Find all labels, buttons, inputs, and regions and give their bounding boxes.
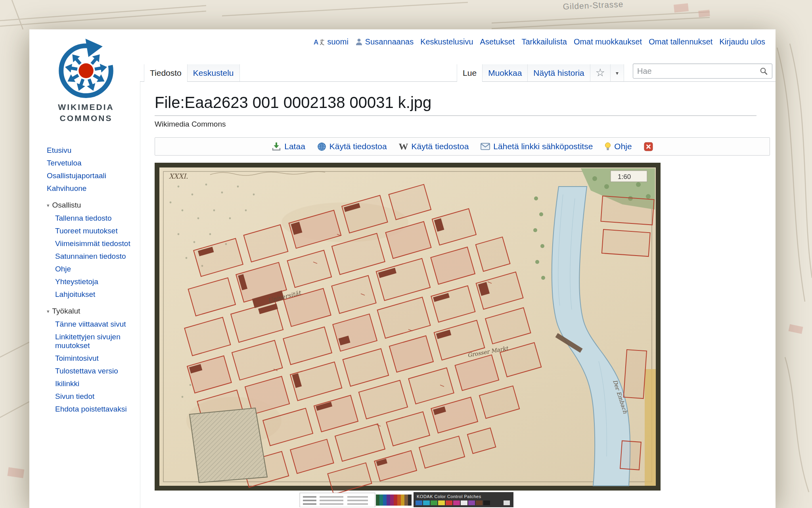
sidebar-item-village-pump[interactable]: Kahvihuone — [47, 184, 142, 193]
svg-text:A: A — [314, 38, 318, 46]
map-plate-number: XXXI. — [169, 172, 188, 180]
sidebar: Etusivu Tervetuloa Osallistujaportaali K… — [47, 146, 142, 418]
logo-wordmark-line1: WIKIMEDIA — [45, 102, 127, 113]
tab-label: Lue — [463, 68, 477, 78]
file-action-toolbar: Lataa Käytä tiedostoa W Käytä tiedostoa … — [155, 137, 770, 156]
sidebar-section-header[interactable]: ▾ Osallistu — [47, 201, 142, 210]
site-logo[interactable]: WIKIMEDIA COMMONS — [45, 31, 127, 124]
sidebar-section-participate: ▾ Osallistu Tallenna tiedosto Tuoreet mu… — [47, 201, 142, 299]
personal-link-uploads[interactable]: Omat tallennukset — [649, 37, 712, 46]
wikipedia-w-icon: W — [399, 141, 408, 152]
site-subtitle: Wikimedia Commons — [155, 120, 776, 129]
chevron-down-icon: ▾ — [616, 70, 619, 76]
button-label: Ohje — [614, 142, 632, 151]
language-selector[interactable]: A suomi — [314, 37, 348, 46]
sidebar-item-upload[interactable]: Tallenna tiedosto — [55, 214, 142, 223]
search-box[interactable] — [633, 64, 772, 79]
sidebar-item-whatlinkshere[interactable]: Tänne viittaavat sivut — [55, 320, 142, 329]
color-calibration-strip — [376, 495, 412, 506]
scan-metadata-card — [300, 493, 375, 507]
use-file-web-button[interactable]: Käytä tiedostoa — [314, 142, 391, 151]
page-content: File:Eaa2623 001 0002138 00031 k.jpg Wik… — [140, 82, 776, 508]
sidebar-section-title: Työkalut — [52, 307, 80, 316]
button-label: Lataa — [284, 142, 305, 151]
download-icon — [272, 142, 281, 151]
tab-file[interactable]: Tiedosto — [144, 64, 187, 81]
user-icon — [355, 38, 363, 46]
sidebar-item-latest-files[interactable]: Viimeisimmät tiedostot — [55, 239, 142, 248]
desktop: { "colors": { "link_blue": "#0645ad", "l… — [0, 0, 812, 508]
logo-wordmark: WIKIMEDIA COMMONS — [45, 102, 127, 124]
sidebar-item-page-info[interactable]: Sivun tiedot — [55, 392, 142, 401]
username-link[interactable]: Susannaanas — [365, 37, 414, 46]
close-toolbar-button[interactable] — [640, 142, 657, 151]
sidebar-item-recent-changes[interactable]: Tuoreet muutokset — [55, 227, 142, 235]
kodak-bar-label: KODAK Color Control Patches — [417, 494, 481, 499]
map-scale-label: 1:60 — [618, 173, 631, 181]
tab-label: Muokkaa — [488, 68, 522, 78]
email-link-button[interactable]: Lähetä linkki sähköpostitse — [477, 142, 596, 151]
download-button[interactable]: Lataa — [268, 142, 309, 151]
wikimedia-commons-logo-icon — [56, 31, 116, 99]
personal-link-logout[interactable]: Kirjaudu ulos — [719, 37, 765, 46]
sidebar-item-special-pages[interactable]: Toimintosivut — [55, 354, 142, 363]
logo-wordmark-line2: COMMONS — [45, 113, 127, 124]
chevron-down-icon: ▾ — [47, 308, 50, 314]
globe-icon — [317, 142, 326, 151]
kodak-color-control-bar: KODAK Color Control Patches — [414, 492, 513, 507]
help-button[interactable]: Ohje — [601, 142, 635, 151]
page-title: File:Eaa2623 001 0002138 00031 k.jpg — [155, 94, 756, 116]
sidebar-section-header[interactable]: ▾ Työkalut — [47, 307, 142, 316]
tab-label: Tiedosto — [150, 68, 182, 78]
help-lightbulb-icon — [605, 142, 611, 151]
sidebar-item-printable[interactable]: Tulostettava versio — [55, 367, 142, 375]
star-icon: ☆ — [596, 67, 605, 78]
sidebar-section-tools: ▾ Työkalut Tänne viittaavat sivut Linkit… — [47, 307, 142, 414]
tab-read[interactable]: Lue — [457, 64, 482, 81]
search-icon[interactable] — [759, 67, 768, 75]
file-preview-image[interactable]: XXXI. 1:60 Universität Grosser Markt Der… — [155, 163, 661, 507]
bg-street-label: Gilden-Strasse — [563, 0, 624, 11]
button-label: Käytä tiedostoa — [329, 142, 387, 151]
tab-edit[interactable]: Muokkaa — [482, 64, 527, 81]
personal-link-preferences[interactable]: Asetukset — [480, 37, 515, 46]
sidebar-item-help[interactable]: Ohje — [55, 265, 142, 273]
sidebar-item-community-portal[interactable]: Osallistujaportaali — [47, 171, 142, 180]
use-file-wiki-button[interactable]: W Käytä tiedostoa — [395, 141, 473, 152]
language-label[interactable]: suomi — [327, 37, 348, 46]
sidebar-item-contact[interactable]: Yhteystietoja — [55, 277, 142, 286]
namespace-tabs: Tiedosto Keskustelu — [144, 64, 240, 81]
personal-link-talk[interactable]: Keskustelusivu — [420, 37, 473, 46]
tab-label: Keskustelu — [193, 68, 234, 78]
sidebar-item-random-file[interactable]: Satunnainen tiedosto — [55, 252, 142, 261]
chevron-down-icon: ▾ — [47, 202, 50, 208]
sidebar-item-welcome[interactable]: Tervetuloa — [47, 159, 142, 167]
sidebar-item-nominate-deletion[interactable]: Ehdota poistettavaksi — [55, 405, 142, 414]
sidebar-item-donate[interactable]: Lahjoitukset — [55, 290, 142, 299]
watch-star-button[interactable]: ☆ — [590, 64, 610, 81]
sidebar-section-title: Osallistu — [52, 201, 81, 210]
user-menu[interactable]: Susannaanas — [355, 37, 414, 46]
personal-bar: A suomi Susannaanas Keskustelusivu Asetu… — [314, 37, 765, 46]
sidebar-item-related-changes[interactable]: Linkitettyjen sivujen muutokset — [55, 333, 142, 350]
sidebar-item-permalink[interactable]: Ikilinkki — [55, 379, 142, 388]
button-label: Lähetä linkki sähköpostitse — [493, 142, 593, 151]
historical-city-map-scan: XXXI. 1:60 Universität Grosser Markt Der… — [155, 163, 661, 507]
view-tabs: Lue Muokkaa Näytä historia ☆ ▾ — [457, 64, 624, 81]
tab-discussion[interactable]: Keskustelu — [187, 64, 240, 81]
language-icon: A — [314, 38, 325, 46]
personal-link-watchlist[interactable]: Tarkkailulista — [521, 37, 567, 46]
button-label: Käytä tiedostoa — [412, 142, 469, 151]
email-icon — [481, 143, 490, 150]
sidebar-item-mainpage[interactable]: Etusivu — [47, 146, 142, 155]
close-icon — [644, 142, 653, 151]
tab-label: Näytä historia — [533, 68, 584, 78]
wikimedia-commons-page: A suomi Susannaanas Keskustelusivu Asetu… — [29, 29, 776, 508]
personal-link-contributions[interactable]: Omat muokkaukset — [574, 37, 642, 46]
tab-history[interactable]: Näytä historia — [527, 64, 590, 81]
more-actions-dropdown[interactable]: ▾ — [610, 64, 624, 81]
search-input[interactable] — [637, 67, 759, 76]
